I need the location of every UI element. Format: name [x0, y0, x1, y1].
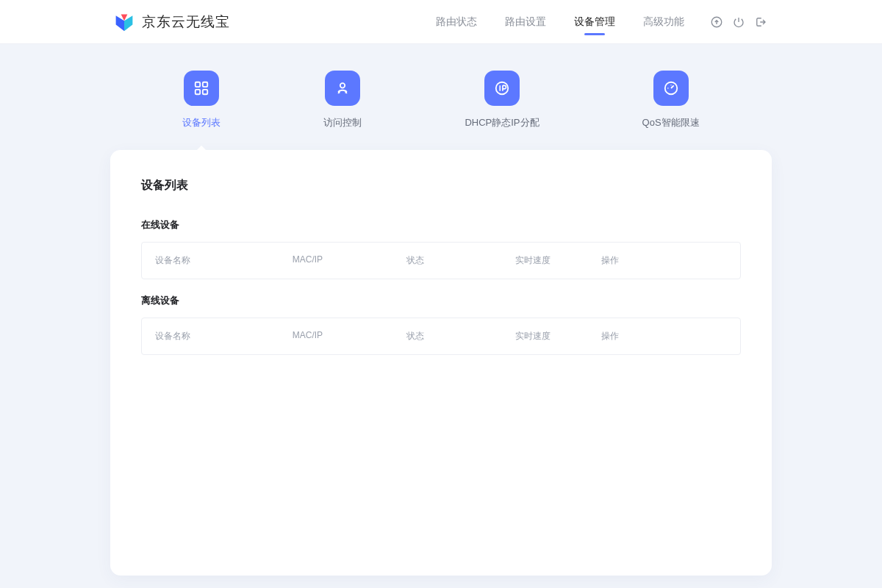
subtab-dhcp-static-ip[interactable]: DHCP静态IP分配 [465, 71, 539, 129]
col-speed: 实时速度 [515, 330, 601, 343]
nav-route-status[interactable]: 路由状态 [436, 1, 477, 43]
table-header-row: 设备名称 MAC/IP 状态 实时速度 操作 [142, 243, 740, 279]
content-panel: 设备列表 在线设备 设备名称 MAC/IP 状态 实时速度 操作 离线设备 设备… [110, 150, 772, 576]
brand-logo: 京东云无线宝 [114, 12, 230, 32]
power-icon[interactable] [731, 15, 746, 29]
subtab-bar: 设备列表 访问控制 DHCP静态IP分配 QoS智能限速 [0, 44, 882, 150]
subtab-label: 访问控制 [323, 116, 362, 129]
brand-name: 京东云无线宝 [142, 12, 230, 32]
svg-rect-4 [203, 90, 207, 94]
section-online-title: 在线设备 [141, 218, 741, 232]
gauge-icon [653, 71, 689, 106]
subtab-label: QoS智能限速 [642, 116, 700, 129]
col-status: 状态 [406, 330, 515, 343]
subtab-label: 设备列表 [182, 116, 220, 129]
logo-icon [114, 12, 135, 32]
col-mac-ip: MAC/IP [293, 254, 407, 267]
col-actions: 操作 [601, 330, 727, 343]
header-actions [709, 15, 768, 29]
table-header-row: 设备名称 MAC/IP 状态 实时速度 操作 [142, 318, 740, 354]
subtab-device-list[interactable]: 设备列表 [182, 71, 220, 129]
section-offline-title: 离线设备 [141, 294, 741, 307]
app-header: 京东云无线宝 路由状态 路由设置 设备管理 高级功能 [0, 0, 882, 44]
subtab-access-control[interactable]: 访问控制 [323, 71, 362, 129]
svg-rect-2 [203, 82, 207, 87]
svg-point-5 [340, 83, 345, 87]
online-devices-table: 设备名称 MAC/IP 状态 实时速度 操作 [141, 242, 741, 279]
col-actions: 操作 [601, 254, 727, 267]
nav-device-management[interactable]: 设备管理 [574, 1, 615, 43]
subtab-label: DHCP静态IP分配 [465, 116, 539, 129]
nav-route-settings[interactable]: 路由设置 [505, 1, 546, 43]
panel-title: 设备列表 [141, 178, 741, 193]
col-device-name: 设备名称 [155, 330, 293, 343]
col-device-name: 设备名称 [155, 254, 293, 267]
col-mac-ip: MAC/IP [293, 330, 407, 343]
logout-icon[interactable] [753, 15, 768, 29]
offline-devices-table: 设备名称 MAC/IP 状态 实时速度 操作 [141, 318, 741, 355]
user-swap-icon [325, 71, 360, 106]
col-status: 状态 [406, 254, 515, 267]
main-nav: 路由状态 路由设置 设备管理 高级功能 [436, 1, 684, 43]
upgrade-icon[interactable] [709, 15, 724, 29]
ip-icon [484, 71, 520, 106]
col-speed: 实时速度 [515, 254, 601, 267]
svg-rect-3 [196, 90, 200, 94]
subtab-qos[interactable]: QoS智能限速 [642, 71, 700, 129]
svg-rect-1 [196, 82, 200, 87]
grid-icon [184, 71, 219, 106]
nav-advanced[interactable]: 高级功能 [643, 1, 684, 43]
